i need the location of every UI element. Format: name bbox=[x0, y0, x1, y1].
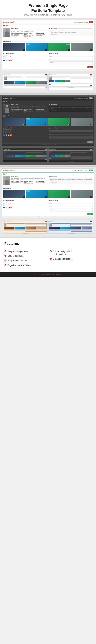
color-about-desc: Lorem ipsum dolor sit amet, consectetur … bbox=[11, 178, 47, 180]
color-portfolio-item-3[interactable]: J.S bbox=[48, 190, 70, 198]
twitter-icon[interactable]: t bbox=[6, 60, 7, 61]
about-dot bbox=[3, 25, 5, 26]
version-gray-section: Dñertes Studio About Portfolio Contact H… bbox=[0, 94, 96, 166]
gray-youtube-icon[interactable]: ▶ bbox=[8, 134, 10, 136]
youtube-icon[interactable]: ▶ bbox=[8, 60, 10, 61]
gray-portfolio-item-2[interactable]: MY ST J.S bbox=[26, 118, 48, 126]
nav-logo-gray: Dñertes Studio bbox=[3, 98, 74, 99]
gray-twitter-icon[interactable]: t bbox=[6, 134, 7, 136]
gray-about-desc: Lorem ipsum dolor sit amet, consectetur … bbox=[11, 106, 47, 108]
form-submit-button[interactable]: Send bbox=[87, 66, 93, 68]
gray-hire-button[interactable]: Hire! bbox=[89, 98, 93, 99]
thumb-slate-nav: Dñertes Studio H bbox=[49, 221, 93, 223]
thumb-contact-col-1 bbox=[4, 84, 25, 88]
form-message-field[interactable] bbox=[49, 61, 93, 65]
gray-testimonial-header: Testimonial bbox=[49, 104, 93, 106]
nav-link-about: About bbox=[74, 22, 77, 23]
color-about-title: About bbox=[6, 173, 10, 175]
thumb-gray-2: Dñertes Studio H bbox=[49, 148, 93, 162]
color-twitter-icon[interactable]: t bbox=[6, 207, 7, 208]
thumb-pi-3 bbox=[26, 81, 36, 84]
feature-check-2-icon bbox=[4, 255, 7, 257]
feature-4: Organized work in folders bbox=[4, 264, 46, 267]
nav-hire-button[interactable]: Hire! bbox=[89, 21, 93, 23]
preview-footer-gray: © 2011 iBrandStudio. Envato market & Off… bbox=[2, 144, 94, 146]
testimonial-title: Testimonial bbox=[50, 28, 57, 29]
portfolio-item-2[interactable]: MY ST J.S bbox=[26, 43, 48, 51]
feature-6-text: Organized guidelines bbox=[53, 258, 73, 260]
gray-portfolio-label-4: J.S bbox=[90, 124, 92, 125]
gray-portfolio-item-4[interactable]: J.S bbox=[71, 118, 93, 126]
gray-contact-info: Contact & Links ✉ info@studio.com ✆ +1 2… bbox=[3, 127, 47, 143]
features-col-left: Easy to change colors Easy to edit texts… bbox=[4, 250, 46, 269]
gray-contact-form: Send bbox=[49, 129, 93, 140]
color-portfolio-item-2[interactable]: MY ST J.S bbox=[26, 190, 48, 198]
skill-2: Complete Shopify Design Lorem ipsum dolo… bbox=[24, 33, 35, 39]
gray-form-dot bbox=[49, 128, 50, 128]
feature-4-text: Organized work in folders bbox=[8, 264, 31, 267]
thumb-mocha-logo: Dñertes Studio bbox=[4, 221, 45, 222]
contact-info-details: ✉ info@studio.com ✆ +1 234 567 890 🌐 www… bbox=[3, 54, 47, 59]
gray-skill-3: SEO Optimizing Lorem ipsum dolor sit ame… bbox=[36, 109, 47, 114]
facebook-icon[interactable]: f bbox=[3, 60, 5, 61]
color-portfolio-title: Portfolio bbox=[6, 188, 11, 189]
color-facebook-icon[interactable]: f bbox=[3, 207, 5, 208]
form-email-field[interactable] bbox=[49, 59, 93, 60]
color-nav-portfolio: Portfolio bbox=[78, 170, 83, 171]
thumb-btn-1: H bbox=[45, 74, 47, 76]
contact-info-title: Contact & Links bbox=[5, 53, 14, 54]
thumb-gray-btn-2: H bbox=[90, 149, 92, 150]
color-about-text: Hello, Ryan. Lorem ipsum dolor sit amet,… bbox=[11, 176, 47, 186]
color-portfolio-item-1[interactable]: J.S bbox=[3, 190, 25, 198]
color-skill-2: Complete Shopify Design Lorem ipsum dolo… bbox=[24, 181, 35, 186]
portfolio-line bbox=[12, 41, 93, 42]
thumb-field-2 bbox=[4, 85, 25, 86]
gray-form-message[interactable] bbox=[49, 136, 93, 140]
gray-email: ✉ info@studio.com bbox=[3, 129, 47, 130]
about-left: Hello, Ryan. Lorem ipsum dolor sit amet,… bbox=[3, 28, 47, 39]
svg-point-5 bbox=[50, 258, 52, 260]
color-portfolio-label-3: J.S bbox=[68, 196, 70, 198]
gray-portfolio-item-1[interactable]: J.S bbox=[3, 118, 25, 126]
contact-form-dot bbox=[49, 53, 50, 54]
portfolio-title: Portfolio bbox=[6, 40, 11, 42]
color-googleplus-icon[interactable]: g+ bbox=[10, 207, 12, 208]
color-contact-form: Send bbox=[49, 201, 93, 213]
portfolio-item-3[interactable]: ★★★★ J.S bbox=[48, 43, 70, 51]
color-form-email[interactable] bbox=[49, 206, 93, 207]
color-skills-row: Web & Graphic Design Lorem ipsum dolor s… bbox=[11, 181, 47, 186]
feature-5-text: 3 Style design with 3custom colors bbox=[53, 250, 72, 256]
thumb-portfolio-1 bbox=[3, 80, 47, 84]
gray-about-left: Hello, Ryan. Lorem ipsum dolor sit amet,… bbox=[3, 104, 47, 114]
googleplus-icon[interactable]: g+ bbox=[10, 60, 12, 61]
about-line bbox=[10, 26, 93, 26]
gray-facebook-icon[interactable]: f bbox=[3, 134, 5, 136]
gray-portfolio-grid: J.S MY ST J.S J.S J.S bbox=[2, 117, 94, 126]
gray-form-email[interactable] bbox=[49, 134, 93, 135]
color-youtube-icon[interactable]: ▶ bbox=[8, 207, 10, 208]
thumb-nav-2: Dñertes Studio H bbox=[49, 74, 93, 76]
testimonial-text: Lorem ipsum dolor sit amet, consectetur … bbox=[50, 30, 92, 33]
color-form-submit[interactable]: Send bbox=[87, 213, 93, 215]
gray-portfolio-item-3[interactable]: J.S bbox=[48, 118, 70, 126]
thumb-mocha: Dñertes Studio H bbox=[3, 220, 47, 234]
color-form-name[interactable] bbox=[49, 203, 93, 204]
thumb-btn-2: H bbox=[90, 74, 92, 76]
gray-nav-about: About bbox=[74, 98, 77, 99]
thumb-slate-footer: © 2011 iBrandStudio bbox=[49, 232, 93, 234]
color-testimonial-title: Testimonial bbox=[50, 176, 57, 178]
gray-form-submit[interactable]: Send bbox=[87, 141, 93, 143]
portfolio-item-1[interactable]: J.S bbox=[3, 43, 25, 51]
color-form-message[interactable] bbox=[49, 208, 93, 212]
gray-googleplus-icon[interactable]: g+ bbox=[10, 134, 12, 136]
color-testimonial-text: Lorem ipsum dolor sit amet, consectetur … bbox=[50, 179, 92, 182]
color-portfolio-item-4[interactable]: J.S bbox=[71, 190, 93, 198]
preview-gray-main: Dñertes Studio About Portfolio Contact H… bbox=[2, 96, 94, 146]
color-hire-button[interactable]: Hire! bbox=[89, 170, 93, 171]
contact-email: ✉ info@studio.com bbox=[3, 54, 47, 56]
form-name-field[interactable] bbox=[49, 56, 93, 57]
portfolio-item-4[interactable]: J.S bbox=[71, 43, 93, 51]
gray-form-name[interactable] bbox=[49, 130, 93, 132]
page-title: Premium Single PagePortfolio Template bbox=[4, 3, 92, 13]
thumb-gray-logo-1: Dñertes Studio bbox=[4, 149, 45, 150]
